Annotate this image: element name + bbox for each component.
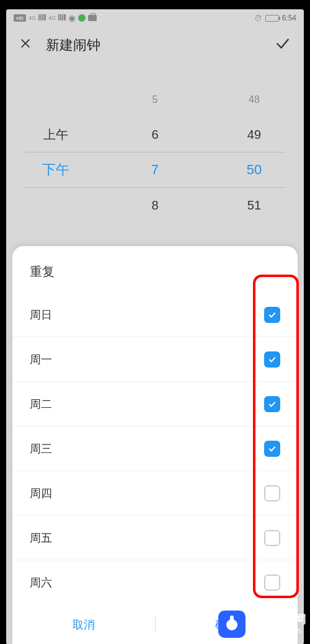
time-picker[interactable]: 5 48 上午 6 49 下午 7 50 8 51 — [6, 64, 304, 229]
day-row[interactable]: 周日 — [12, 293, 298, 337]
day-label: 周六 — [30, 575, 52, 590]
min-next1: 51 — [205, 198, 303, 213]
ampm-prev: 上午 — [7, 126, 105, 143]
day-label: 周日 — [30, 307, 52, 322]
close-button[interactable] — [19, 37, 41, 54]
hour-selected: 7 — [106, 162, 204, 178]
day-checkbox[interactable] — [264, 307, 280, 323]
checkmark-icon — [267, 355, 277, 364]
sim1-network: 4G — [29, 15, 36, 21]
checkmark-icon — [267, 444, 277, 454]
modal-title: 重复 — [12, 263, 298, 293]
day-checkbox[interactable] — [264, 530, 280, 546]
status-bar: HD 4G 4G ◉ ⏱ 6:54 — [6, 9, 304, 27]
sim2-network: 4G — [48, 15, 56, 21]
repeat-modal: 重复 周日周一周二周三周四周五周六 取消 确定 — [12, 246, 298, 644]
day-row[interactable]: 周四 — [12, 471, 298, 516]
checkmark-icon — [267, 310, 277, 320]
status-time: 6:54 — [282, 14, 296, 22]
day-label: 周一 — [30, 352, 52, 367]
day-label: 周三 — [30, 441, 52, 456]
day-row[interactable]: 周五 — [12, 516, 298, 560]
day-row[interactable]: 周二 — [12, 382, 298, 426]
day-list: 周日周一周二周三周四周五周六 — [12, 293, 298, 605]
hd-indicator: HD — [14, 14, 26, 22]
day-row[interactable]: 周三 — [12, 426, 298, 471]
page-title: 新建闹钟 — [41, 36, 274, 55]
wifi-icon: ◉ — [68, 13, 76, 23]
check-icon — [274, 35, 291, 52]
signal-icon-2 — [58, 14, 66, 22]
alarm-status-icon: ⏱ — [254, 14, 262, 23]
day-checkbox[interactable] — [264, 396, 280, 412]
close-icon — [19, 37, 32, 50]
header-bar: 新建闹钟 — [6, 27, 304, 64]
hour-prev1: 6 — [106, 128, 204, 142]
ampm-selected: 下午 — [7, 161, 105, 179]
cancel-button[interactable]: 取消 — [12, 617, 155, 632]
watermark: 蓝莓安卓网 www.lmkjz.com — [218, 611, 306, 638]
watermark-logo-icon — [218, 611, 246, 638]
min-selected: 50 — [205, 162, 303, 178]
day-label: 周五 — [30, 531, 52, 545]
day-row[interactable]: 周六 — [12, 560, 298, 605]
day-label: 周四 — [30, 486, 52, 501]
watermark-url: www.lmkjz.com — [250, 627, 306, 635]
day-checkbox[interactable] — [264, 351, 280, 368]
battery-icon — [265, 15, 279, 22]
phone-frame: HD 4G 4G ◉ ⏱ 6:54 新建闹钟 5 48 — [6, 9, 304, 644]
min-prev1: 49 — [205, 128, 303, 142]
signal-icon-1 — [38, 14, 46, 22]
day-row[interactable]: 周一 — [12, 337, 298, 382]
work-mode-icon — [88, 15, 97, 21]
min-prev2: 48 — [205, 94, 303, 105]
app-indicator-icon — [78, 14, 86, 22]
hour-prev2: 5 — [106, 94, 204, 105]
watermark-name: 蓝莓安卓网 — [250, 613, 306, 627]
confirm-button[interactable] — [274, 35, 291, 56]
day-label: 周二 — [30, 397, 52, 412]
day-checkbox[interactable] — [264, 485, 280, 501]
day-checkbox[interactable] — [264, 441, 280, 457]
checkmark-icon — [267, 399, 277, 409]
hour-next1: 8 — [106, 198, 204, 213]
day-checkbox[interactable] — [264, 575, 280, 591]
